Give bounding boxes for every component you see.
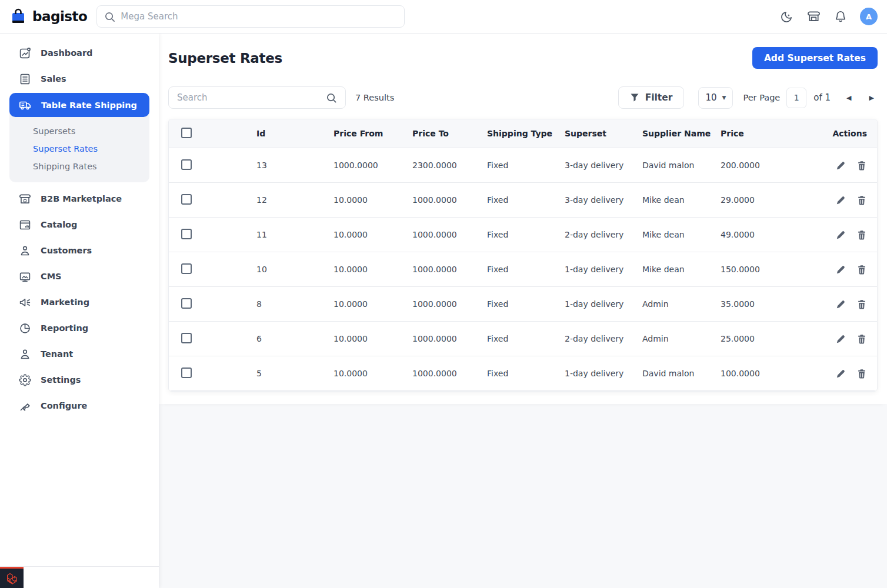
search-icon	[104, 11, 115, 22]
row-checkbox[interactable]	[181, 194, 192, 205]
cell-id: 13	[256, 161, 334, 170]
filter-button[interactable]: Filter	[618, 86, 685, 109]
per-page-label: Per Page	[743, 93, 780, 102]
search-icon	[326, 92, 337, 103]
row-checkbox[interactable]	[181, 263, 192, 274]
submenu-item-superset-rates[interactable]: Superset Rates	[9, 140, 149, 158]
delete-trash-icon[interactable]	[857, 230, 866, 240]
datagrid-search-input[interactable]	[177, 92, 321, 103]
column-header-superset: Superset	[565, 129, 642, 138]
cell-price-from: 10.0000	[334, 299, 412, 309]
cell-superset: 2-day delivery	[565, 334, 642, 343]
cell-price-from: 10.0000	[334, 369, 412, 378]
bagisto-logo[interactable]: bagisto	[9, 8, 87, 25]
dark-mode-icon[interactable]	[776, 6, 796, 26]
row-checkbox[interactable]	[181, 298, 192, 309]
select-all-checkbox[interactable]	[181, 128, 192, 138]
delete-trash-icon[interactable]	[857, 195, 866, 205]
row-checkbox[interactable]	[181, 159, 192, 170]
sidebar-item-reporting[interactable]: Reporting	[0, 315, 159, 341]
superset-rates-table: Id Price From Price To Shipping Type Sup…	[168, 119, 878, 392]
shopping-bag-logo-icon	[9, 8, 27, 25]
results-count: 7 Results	[355, 93, 394, 102]
chevron-down-icon: ▼	[722, 95, 726, 101]
cell-shipping-type: Fixed	[487, 195, 565, 205]
cell-supplier-name: Admin	[642, 299, 721, 309]
delete-trash-icon[interactable]	[857, 161, 866, 171]
page-number-input[interactable]	[786, 88, 806, 108]
cell-price-to: 1000.0000	[412, 265, 487, 274]
next-page-icon[interactable]: ▶	[866, 92, 878, 104]
edit-pencil-icon[interactable]	[836, 299, 846, 309]
laravel-debugbar-icon	[6, 572, 18, 585]
row-checkbox[interactable]	[181, 333, 192, 343]
datagrid-search-box	[168, 86, 346, 109]
sidebar-item-cms[interactable]: CMS	[0, 263, 159, 289]
edit-pencil-icon[interactable]	[836, 195, 846, 205]
cell-id: 11	[256, 230, 334, 239]
previous-page-icon[interactable]: ◀	[843, 92, 855, 104]
sidebar-item-dashboard[interactable]: Dashboard	[0, 40, 159, 66]
catalog-icon	[19, 219, 31, 231]
sidebar-item-catalog[interactable]: Catalog	[0, 212, 159, 238]
cell-price-from: 10.0000	[334, 334, 412, 343]
cell-superset: 3-day delivery	[565, 161, 642, 170]
cell-supplier-name: Admin	[642, 334, 721, 343]
cell-shipping-type: Fixed	[487, 230, 565, 239]
sidebar-item-sales[interactable]: Sales	[0, 66, 159, 92]
edit-pencil-icon[interactable]	[836, 334, 846, 344]
notifications-bell-icon[interactable]	[831, 6, 851, 26]
cell-supplier-name: Mike dean	[642, 195, 721, 205]
delete-trash-icon[interactable]	[857, 334, 866, 344]
row-checkbox[interactable]	[181, 229, 192, 239]
cell-price-to: 1000.0000	[412, 195, 487, 205]
sidebar-item-configure[interactable]: Configure	[0, 393, 159, 419]
user-avatar[interactable]: A	[860, 8, 878, 25]
topbar-actions: A	[776, 6, 878, 26]
edit-pencil-icon[interactable]	[836, 265, 846, 275]
submenu-item-supersets[interactable]: Supersets	[9, 122, 149, 140]
cell-id: 12	[256, 195, 334, 205]
sidebar-item-table-rate-shipping[interactable]: Table Rate Shipping	[9, 93, 149, 117]
delete-trash-icon[interactable]	[857, 299, 866, 309]
edit-pencil-icon[interactable]	[836, 161, 846, 171]
cell-superset: 1-day delivery	[565, 265, 642, 274]
row-checkbox[interactable]	[181, 368, 192, 378]
edit-pencil-icon[interactable]	[836, 230, 846, 240]
delete-trash-icon[interactable]	[857, 265, 866, 275]
table-row: 6 10.0000 1000.0000 Fixed 2-day delivery…	[169, 322, 877, 356]
cell-price: 35.0000	[721, 299, 812, 309]
cms-icon	[19, 270, 31, 283]
table-row: 12 10.0000 1000.0000 Fixed 3-day deliver…	[169, 183, 877, 218]
cell-id: 5	[256, 369, 334, 378]
table-rate-shipping-submenu: Supersets Superset Rates Shipping Rates	[9, 117, 149, 182]
edit-pencil-icon[interactable]	[836, 369, 846, 379]
sidebar-item-settings[interactable]: Settings	[0, 367, 159, 393]
delete-trash-icon[interactable]	[857, 369, 866, 379]
cell-supplier-name: David malon	[642, 369, 721, 378]
cell-id: 8	[256, 299, 334, 309]
cell-price-from: 10.0000	[334, 230, 412, 239]
mega-search-input[interactable]	[121, 11, 397, 22]
cell-price: 25.0000	[721, 334, 812, 343]
sidebar-item-marketing[interactable]: Marketing	[0, 289, 159, 315]
cell-superset: 1-day delivery	[565, 299, 642, 309]
column-header-actions: Actions	[812, 129, 877, 138]
submenu-item-shipping-rates[interactable]: Shipping Rates	[9, 158, 149, 175]
add-superset-rates-button[interactable]: Add Superset Rates	[752, 47, 878, 69]
datagrid-toolbar: 7 Results Filter 10 ▼ Per	[168, 86, 878, 109]
cell-id: 6	[256, 334, 334, 343]
sidebar-item-customers[interactable]: Customers	[0, 238, 159, 263]
debugbar-toggle[interactable]	[0, 567, 24, 588]
sidebar-item-tenant[interactable]: Tenant	[0, 341, 159, 367]
cell-shipping-type: Fixed	[487, 265, 565, 274]
cell-superset: 2-day delivery	[565, 230, 642, 239]
cell-shipping-type: Fixed	[487, 369, 565, 378]
cell-price: 150.0000	[721, 265, 812, 274]
per-page-select[interactable]: 10 ▼	[698, 87, 733, 109]
sidebar-item-b2b-marketplace[interactable]: B2B Marketplace	[0, 186, 159, 212]
mega-search-box	[96, 5, 405, 28]
marketplace-icon	[19, 193, 31, 205]
store-icon[interactable]	[803, 6, 823, 26]
column-header-id: Id	[256, 129, 334, 138]
